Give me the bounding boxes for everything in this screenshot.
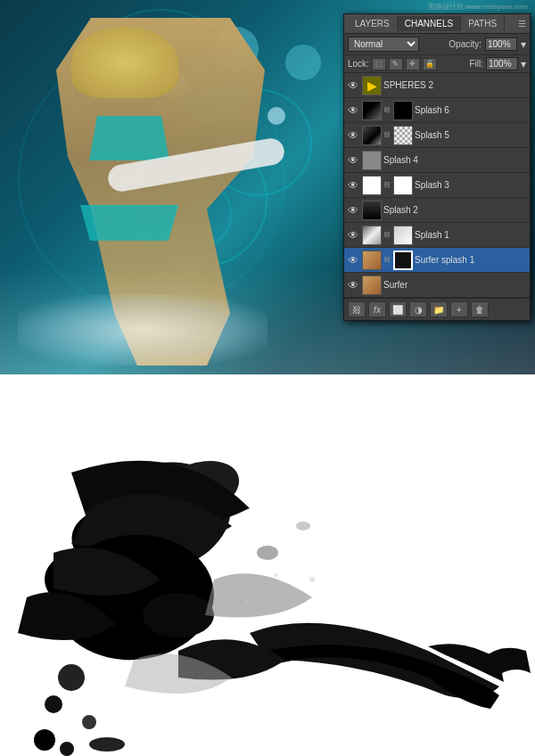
mask-thumb-surfer-splash1 xyxy=(393,251,413,270)
layer-thumb-spheres2: ▶ xyxy=(362,76,382,95)
tab-paths[interactable]: PATHS xyxy=(461,16,505,31)
lock-fill-row: Lock: ⬚ ✎ ✛ 🔒 Fill: ▾ xyxy=(344,55,530,73)
layer-row-splash2[interactable]: 👁 Splash 2 xyxy=(344,198,530,223)
opacity-input[interactable] xyxy=(485,37,517,51)
layer-row-surfer-splash1[interactable]: 👁 ⛓ Surfer splash 1 xyxy=(344,248,530,273)
fx-btn[interactable]: fx xyxy=(368,301,386,317)
add-mask-btn[interactable]: ⬜ xyxy=(389,301,407,317)
visibility-icon-splash2[interactable]: 👁 xyxy=(346,203,360,218)
panel-tabs: LAYERS CHANNELS PATHS ☰ xyxy=(344,14,530,34)
svg-point-7 xyxy=(58,664,85,691)
layer-row-splash3[interactable]: 👁 ⛓ Splash 3 xyxy=(344,173,530,198)
lock-image-btn[interactable]: ✎ xyxy=(389,58,403,70)
tab-layers[interactable]: LAYERS xyxy=(348,16,398,31)
layer-row-splash1[interactable]: 👁 ⛓ Splash 1 xyxy=(344,223,530,248)
layer-row-splash5[interactable]: 👁 ⛓ Splash 5 xyxy=(344,123,530,148)
fill-label: Fill: xyxy=(469,59,483,69)
svg-point-10 xyxy=(257,546,278,560)
visibility-icon-splash5[interactable]: 👁 xyxy=(346,128,360,143)
fill-arrow[interactable]: ▾ xyxy=(521,58,526,70)
svg-point-8 xyxy=(45,695,62,713)
svg-point-14 xyxy=(89,737,125,752)
visibility-icon-splash4[interactable]: 👁 xyxy=(346,153,360,168)
svg-point-18 xyxy=(309,577,315,582)
layer-name-splash4: Splash 4 xyxy=(383,155,528,165)
layer-row-splash6[interactable]: 👁 ⛓ Splash 6 xyxy=(344,98,530,123)
panel-toolbar: ⛓ fx ⬜ ◑ 📁 + 🗑 xyxy=(344,298,530,320)
layer-thumb-splash2 xyxy=(362,201,382,220)
visibility-icon-splash6[interactable]: 👁 xyxy=(346,103,360,118)
layers-list: 👁 ▶ SPHERES 2 👁 ⛓ Splash 6 👁 xyxy=(344,73,530,298)
main-canvas: 思路设计坊 www.missyuan.com LAYERS CHANNELS P… xyxy=(0,0,535,374)
layer-thumb-surfer xyxy=(362,275,382,295)
layer-name-splash3: Splash 3 xyxy=(415,180,528,190)
layer-name-spheres2: SPHERES 2 xyxy=(383,80,528,90)
lock-transparent-btn[interactable]: ⬚ xyxy=(372,58,386,70)
layer-row-surfer[interactable]: 👁 Surfer xyxy=(344,273,530,298)
layer-name-surfer-splash1: Surfer splash 1 xyxy=(415,255,528,265)
blend-opacity-row: Normal Multiply Screen Overlay Opacity: … xyxy=(344,34,530,55)
layer-row-spheres2[interactable]: 👁 ▶ SPHERES 2 xyxy=(344,73,530,98)
mask-svg xyxy=(0,401,535,756)
layer-name-surfer: Surfer xyxy=(383,280,528,290)
svg-point-17 xyxy=(239,600,243,604)
mask-thumb-splash1 xyxy=(393,226,413,245)
blend-mode-select[interactable]: Normal Multiply Screen Overlay xyxy=(348,37,419,52)
layer-thumb-splash5 xyxy=(362,126,382,145)
svg-point-6 xyxy=(143,593,214,637)
svg-point-16 xyxy=(275,573,278,577)
visibility-icon-splash3[interactable]: 👁 xyxy=(346,178,360,193)
visibility-icon-surfer-splash1[interactable]: 👁 xyxy=(346,253,360,267)
mask-thumb-splash6 xyxy=(393,101,413,120)
new-layer-btn[interactable]: + xyxy=(450,301,468,317)
layer-thumb-splash4 xyxy=(362,151,382,170)
lock-all-btn[interactable]: 🔒 xyxy=(423,58,437,70)
layer-row-splash4[interactable]: 👁 Splash 4 xyxy=(344,148,530,173)
opacity-label: Opacity: xyxy=(449,39,482,49)
lock-label: Lock: xyxy=(348,59,369,69)
chain-icon-splash3: ⛓ xyxy=(383,181,391,189)
svg-point-11 xyxy=(296,522,310,530)
link-layers-btn[interactable]: ⛓ xyxy=(348,301,366,317)
layer-name-splash2: Splash 2 xyxy=(383,205,528,215)
svg-point-9 xyxy=(82,715,96,729)
fill-input[interactable] xyxy=(486,57,518,70)
opacity-arrow[interactable]: ▾ xyxy=(521,38,526,51)
panel-menu-icon[interactable]: ☰ xyxy=(518,19,526,29)
folder-icon-spheres2: ▶ xyxy=(363,76,381,95)
chain-icon-splash1: ⛓ xyxy=(383,231,391,239)
svg-point-15 xyxy=(256,586,261,591)
layer-thumb-splash1 xyxy=(362,226,382,245)
group-btn[interactable]: 📁 xyxy=(430,301,448,317)
layer-name-splash1: Splash 1 xyxy=(415,230,528,240)
layer-name-splash6: Splash 6 xyxy=(415,105,528,115)
visibility-icon-spheres2[interactable]: 👁 xyxy=(346,78,360,93)
adjustment-btn[interactable]: ◑ xyxy=(409,301,427,317)
chain-icon-splash6: ⛓ xyxy=(383,106,391,114)
layers-panel: LAYERS CHANNELS PATHS ☰ Normal Multiply … xyxy=(343,13,531,321)
delete-layer-btn[interactable]: 🗑 xyxy=(471,301,489,317)
svg-point-13 xyxy=(60,742,74,756)
layer-thumb-splash6 xyxy=(362,101,382,120)
lock-position-btn[interactable]: ✛ xyxy=(406,58,420,70)
chain-icon-splash5: ⛓ xyxy=(383,131,391,139)
mask-thumb-splash5 xyxy=(393,126,413,145)
chain-icon-surfer-splash1: ⛓ xyxy=(383,256,391,264)
layer-thumb-splash3 xyxy=(362,176,382,195)
watermark: 思路设计坊 www.missyuan.com xyxy=(428,2,528,12)
tab-channels[interactable]: CHANNELS xyxy=(398,16,461,31)
visibility-icon-splash1[interactable]: 👁 xyxy=(346,228,360,242)
mask-thumb-splash3 xyxy=(393,176,413,195)
layer-name-splash5: Splash 5 xyxy=(415,130,528,140)
svg-point-12 xyxy=(34,729,55,751)
visibility-icon-surfer[interactable]: 👁 xyxy=(346,278,360,292)
layer-thumb-surfer-splash1 xyxy=(362,251,382,270)
layer-mask-preview: Layer mask xyxy=(0,374,535,756)
